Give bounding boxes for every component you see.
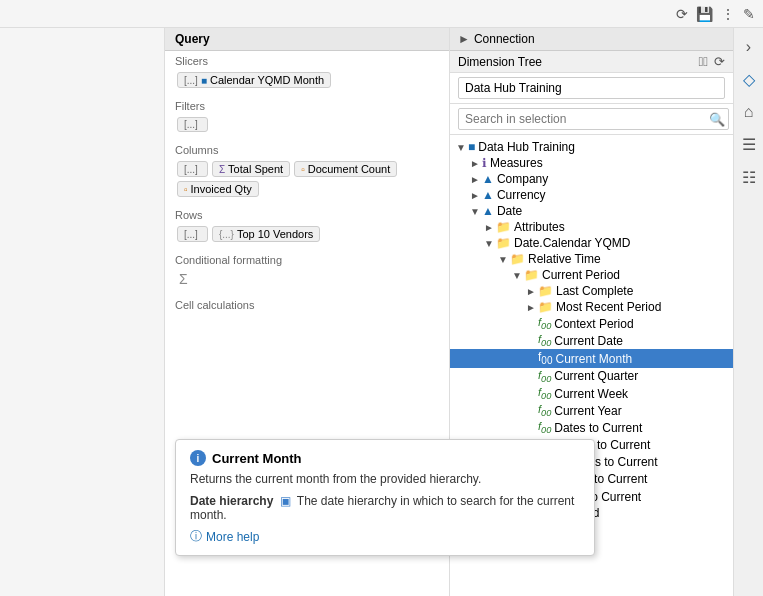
date-icon: ▲ [482, 204, 494, 218]
cell-calc-section: Cell calculations [165, 295, 449, 320]
more-help-link[interactable]: ⓘ More help [190, 528, 580, 545]
cube-icon[interactable]: ◇ [739, 66, 759, 93]
refresh-icon[interactable]: ⟳ [676, 6, 688, 22]
attributes-icon: 📁 [496, 220, 511, 234]
filters-bracket-pill[interactable]: [...] [177, 117, 208, 132]
current-quarter-label: Current Quarter [554, 369, 638, 383]
last-complete-icon: 📁 [538, 284, 553, 298]
tooltip-title-text: Current Month [212, 451, 302, 466]
refresh-tree-icon[interactable]: ⟳ [714, 54, 725, 69]
param-hierarchy-icon: ▣ [280, 494, 291, 508]
dates-to-current-label: Dates to Current [554, 421, 642, 435]
tooltip-title: i Current Month [190, 450, 580, 466]
doc-icon: ▫ [301, 164, 305, 175]
doc-count-pill[interactable]: ▫ Document Count [294, 161, 397, 177]
relative-time-arrow: ▼ [496, 254, 510, 265]
company-label: Company [497, 172, 548, 186]
datasource-dropdown[interactable]: Data Hub Training [458, 77, 725, 99]
more-icon[interactable]: ⋮ [721, 6, 735, 22]
list-icon[interactable]: ☰ [738, 131, 760, 158]
tooltip-info-icon: i [190, 450, 206, 466]
top10-vendors-pill[interactable]: {...} Top 10 Vendors [212, 226, 320, 242]
date-calendar-label: Date.Calendar YQMD [514, 236, 631, 250]
slicers-bracket-pill[interactable]: [...] ■ Calendar YQMD Month [177, 72, 331, 88]
tree-node-currency[interactable]: ► ▲ Currency [450, 187, 733, 203]
tree-node-current-date[interactable]: ► f00 Current Date [450, 332, 733, 349]
tree-node-current-week[interactable]: ► f00 Current Week [450, 385, 733, 402]
currency-icon: ▲ [482, 188, 494, 202]
current-quarter-icon: f00 [538, 369, 551, 384]
filters-bracket: [...] [184, 119, 198, 130]
connection-arrow[interactable]: ► [458, 32, 470, 46]
sigma-icon: Σ [219, 164, 225, 175]
rows-section: Rows [...] {...} Top 10 Vendors [165, 205, 449, 250]
dimension-tree-bar: Dimension Tree 👁⃠ ⟳ [450, 51, 733, 73]
connection-label: Connection [474, 32, 535, 46]
current-month-icon: f00 [538, 350, 552, 366]
table-icon[interactable]: ☷ [738, 164, 760, 191]
tree-node-measures[interactable]: ► ℹ Measures [450, 155, 733, 171]
tree-node-context-period[interactable]: ► f00 Context Period [450, 315, 733, 332]
current-week-icon: f00 [538, 386, 551, 401]
col3-label: Invoiced Qty [191, 183, 252, 195]
current-year-label: Current Year [554, 404, 621, 418]
tree-node-dates-to-current[interactable]: ► f00 Dates to Current [450, 419, 733, 436]
columns-label: Columns [175, 144, 439, 156]
top10-icon: {...} [219, 229, 234, 240]
search-bar: 🔍 [450, 104, 733, 135]
search-input[interactable] [458, 108, 729, 130]
tree-node-date[interactable]: ▼ ▲ Date [450, 203, 733, 219]
query-panel: Query Slicers [...] ■ Calendar YQMD Mont… [165, 28, 450, 596]
current-week-label: Current Week [554, 387, 628, 401]
eye-off-icon[interactable]: 👁⃠ [699, 54, 709, 69]
tree-root[interactable]: ▼ ■ Data Hub Training [450, 139, 733, 155]
most-recent-icon: 📁 [538, 300, 553, 314]
tree-node-most-recent[interactable]: ► 📁 Most Recent Period [450, 299, 733, 315]
tree-node-last-complete[interactable]: ► 📁 Last Complete [450, 283, 733, 299]
tree-node-date-calendar[interactable]: ▼ 📁 Date.Calendar YQMD [450, 235, 733, 251]
tooltip-param-label: Date hierarchy [190, 494, 273, 508]
tree-node-current-quarter[interactable]: ► f00 Current Quarter [450, 368, 733, 385]
measures-arrow: ► [468, 158, 482, 169]
columns-pills: [...] Σ Total Spent ▫ Document Count [175, 159, 439, 179]
home-icon[interactable]: ⌂ [740, 99, 758, 125]
top-bar: ⟳ 💾 ⋮ ✎ [0, 0, 763, 28]
slicers-label: Slicers [175, 55, 439, 67]
dim-tree-icons: 👁⃠ ⟳ [699, 54, 726, 69]
edit-icon[interactable]: ✎ [743, 6, 755, 22]
company-icon: ▲ [482, 172, 494, 186]
current-period-label: Current Period [542, 268, 620, 282]
columns-bracket-pill[interactable]: [...] [177, 161, 208, 177]
tree-node-current-year[interactable]: ► f00 Current Year [450, 402, 733, 419]
sigma-placeholder: Σ [175, 269, 439, 289]
tree-node-company[interactable]: ► ▲ Company [450, 171, 733, 187]
invoiced-qty-pill[interactable]: ▫ Invoiced Qty [177, 181, 259, 197]
root-label: Data Hub Training [478, 140, 575, 154]
current-date-icon: f00 [538, 333, 551, 348]
save-icon[interactable]: 💾 [696, 6, 713, 22]
context-period-label: Context Period [554, 317, 633, 331]
tree-node-attributes[interactable]: ► 📁 Attributes [450, 219, 733, 235]
rows-bracket-pill[interactable]: [...] [177, 226, 208, 242]
columns-section: Columns [...] Σ Total Spent ▫ Document C… [165, 140, 449, 205]
date-arrow: ▼ [468, 206, 482, 217]
rows-pills: [...] {...} Top 10 Vendors [175, 224, 439, 244]
current-date-label: Current Date [554, 334, 623, 348]
arrow-right-icon[interactable]: › [742, 34, 755, 60]
tree-node-current-month[interactable]: ► f00 Current Month [450, 349, 733, 367]
date-calendar-icon: 📁 [496, 236, 511, 250]
query-header: Query [165, 28, 449, 51]
context-period-icon: f00 [538, 316, 551, 331]
most-recent-label: Most Recent Period [556, 300, 661, 314]
total-spent-pill[interactable]: Σ Total Spent [212, 161, 290, 177]
date-label: Date [497, 204, 522, 218]
root-arrow: ▼ [454, 142, 468, 153]
tree-node-relative-time[interactable]: ▼ 📁 Relative Time [450, 251, 733, 267]
last-complete-label: Last Complete [556, 284, 633, 298]
tree-node-current-period[interactable]: ▼ 📁 Current Period [450, 267, 733, 283]
col-bracket: [...] [184, 164, 198, 175]
date-calendar-arrow: ▼ [482, 238, 496, 249]
rows-label: Rows [175, 209, 439, 221]
attributes-arrow: ► [482, 222, 496, 233]
columns-pills-2: ▫ Invoiced Qty [175, 179, 439, 199]
